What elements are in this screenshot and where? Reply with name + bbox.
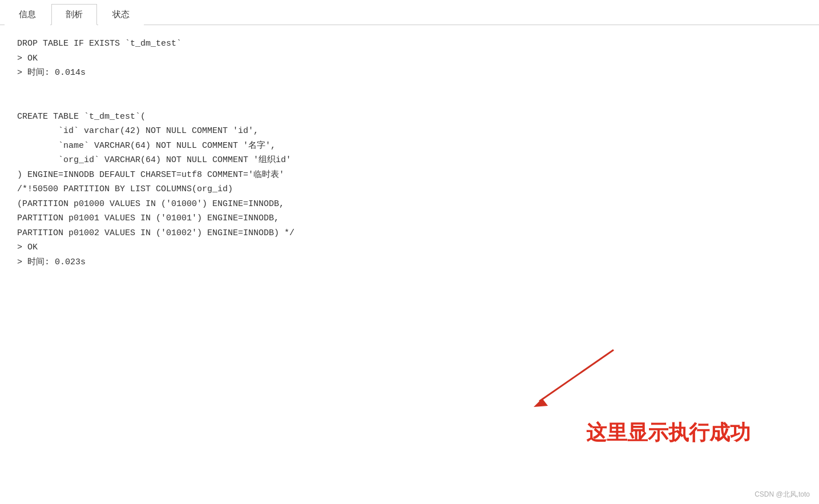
annotation-text: 这里显示执行成功 [586, 419, 751, 447]
svg-line-0 [539, 350, 614, 401]
tab-analyze[interactable]: 剖析 [51, 4, 97, 25]
tab-info[interactable]: 信息 [5, 4, 50, 25]
arrow-annotation [522, 344, 625, 416]
tab-bar: 信息 剖析 状态 [0, 0, 819, 25]
tab-status[interactable]: 状态 [98, 4, 144, 25]
watermark: CSDN @北风,toto [755, 490, 810, 499]
sql-output: DROP TABLE IF EXISTS `t_dm_test` > OK > … [17, 37, 802, 269]
annotation-container: 这里显示执行成功 [586, 419, 751, 447]
content-area: DROP TABLE IF EXISTS `t_dm_test` > OK > … [0, 25, 819, 504]
main-container: 信息 剖析 状态 DROP TABLE IF EXISTS `t_dm_test… [0, 0, 819, 504]
